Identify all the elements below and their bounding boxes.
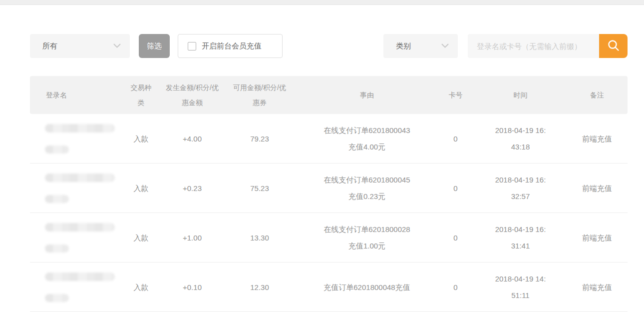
col-header-trade-type: 交易种类 <box>120 76 162 114</box>
table-header-row: 登录名 交易种类 发生金额/积分/优惠金额 可用金额/积分/优惠券 事由 卡号 … <box>30 76 628 114</box>
reason-cell: 在线支付订单6201800045充值0.23元 <box>297 164 437 213</box>
reason-cell: 在线支付订单6201800028充值1.00元 <box>297 213 437 262</box>
category-select-value: 类别 <box>396 42 411 51</box>
available-cell: 79.23 <box>222 114 297 164</box>
amount-cell: +0.10 <box>162 262 222 312</box>
col-header-time: 时间 <box>474 76 567 114</box>
amount-cell: +0.23 <box>162 164 222 213</box>
redacted-text-blur <box>45 294 69 302</box>
chevron-down-icon <box>113 42 121 50</box>
scope-select-value: 所有 <box>42 42 57 51</box>
time-cell: 2018-04-19 16:43:18 <box>474 114 567 164</box>
search-button[interactable] <box>599 34 628 58</box>
trade-type-cell: 入款 <box>120 262 162 312</box>
redacted-text-blur <box>45 272 115 281</box>
time-cell: 2018-04-19 14:51:11 <box>474 262 567 312</box>
table-row: 入款 +0.10 12.30 充值订单6201800048充值 0 2018-0… <box>30 262 628 312</box>
trade-type-cell: 入款 <box>120 213 162 262</box>
redacted-login <box>30 164 120 213</box>
redacted-login <box>30 262 120 312</box>
redacted-text-blur <box>45 174 115 182</box>
trade-type-cell: 入款 <box>120 164 162 213</box>
card-no-cell: 0 <box>437 114 474 164</box>
note-cell: 前端充值 <box>567 213 628 262</box>
time-cell: 2018-04-19 16:31:41 <box>474 213 567 262</box>
available-cell: 12.30 <box>222 262 297 312</box>
col-header-amount: 发生金额/积分/优惠金额 <box>162 76 222 114</box>
front-recharge-checkbox-label: 开启前台会员充值 <box>202 42 262 51</box>
note-cell: 前端充值 <box>567 164 628 213</box>
card-no-cell: 0 <box>437 164 474 213</box>
redacted-text-blur <box>45 244 69 252</box>
available-cell: 75.23 <box>222 164 297 213</box>
search-icon <box>607 38 621 54</box>
top-strip <box>0 0 644 5</box>
amount-cell: +4.00 <box>162 114 222 164</box>
checkbox-unchecked-icon[interactable] <box>188 42 196 50</box>
chevron-down-icon <box>441 42 449 50</box>
front-recharge-checkbox-group[interactable]: 开启前台会员充值 <box>178 34 283 58</box>
reason-cell: 充值订单6201800048充值 <box>297 262 437 312</box>
table-row: 入款 +0.23 75.23 在线支付订单6201800045充值0.23元 0… <box>30 164 628 213</box>
available-cell: 13.30 <box>222 213 297 262</box>
col-header-available: 可用金额/积分/优惠券 <box>222 76 297 114</box>
scope-select[interactable]: 所有 <box>30 34 130 58</box>
redacted-text-blur <box>45 146 69 154</box>
reason-cell: 在线支付订单6201800043充值4.00元 <box>297 114 437 164</box>
redacted-text-blur <box>45 124 115 132</box>
col-header-reason: 事由 <box>297 76 437 114</box>
redacted-login <box>30 114 120 164</box>
table-row: 入款 +4.00 79.23 在线支付订单6201800043充值4.00元 0… <box>30 114 628 164</box>
redacted-text-blur <box>45 195 69 203</box>
redacted-text-blur <box>45 223 115 232</box>
trade-type-cell: 入款 <box>120 114 162 164</box>
table-row: 入款 +1.00 13.30 在线支付订单6201800028充值1.00元 0… <box>30 213 628 262</box>
transactions-table: 登录名 交易种类 发生金额/积分/优惠金额 可用金额/积分/优惠券 事由 卡号 … <box>30 76 628 312</box>
note-cell: 前端充值 <box>567 114 628 164</box>
note-cell: 前端充值 <box>567 262 628 312</box>
col-header-card-no: 卡号 <box>437 76 474 114</box>
col-header-login: 登录名 <box>30 76 120 114</box>
col-header-note: 备注 <box>567 76 628 114</box>
card-no-cell: 0 <box>437 213 474 262</box>
filter-button[interactable]: 筛选 <box>139 34 170 58</box>
category-select[interactable]: 类别 <box>383 34 458 58</box>
card-no-cell: 0 <box>437 262 474 312</box>
amount-cell: +1.00 <box>162 213 222 262</box>
search-input[interactable] <box>468 34 599 58</box>
redacted-login <box>30 213 120 262</box>
time-cell: 2018-04-19 16:32:57 <box>474 164 567 213</box>
toolbar: 所有 筛选 开启前台会员充值 类别 <box>0 34 644 58</box>
